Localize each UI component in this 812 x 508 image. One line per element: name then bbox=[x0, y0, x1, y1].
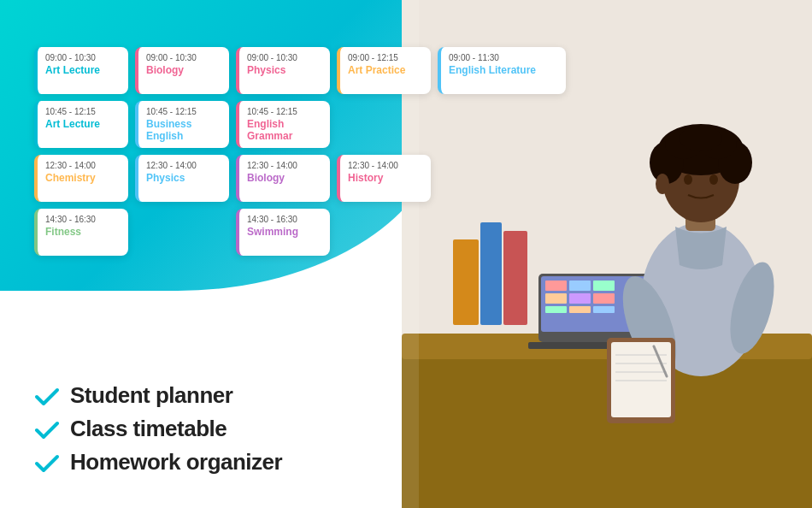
timetable-row-3: 12:30 - 14:00 Chemistry 12:30 - 14:00 Ph… bbox=[34, 155, 566, 202]
card-subject: Biology bbox=[146, 64, 221, 76]
class-card[interactable]: 09:00 - 10:30 Art Lecture bbox=[34, 47, 128, 94]
class-card[interactable]: 12:30 - 14:00 History bbox=[337, 155, 431, 202]
card-subject: Art Lecture bbox=[45, 118, 121, 130]
card-subject: Physics bbox=[247, 64, 322, 76]
class-card[interactable]: 14:30 - 16:30 Fitness bbox=[34, 209, 128, 256]
feature-item-3: Homework organizer bbox=[34, 449, 282, 476]
class-card[interactable]: 10:45 - 12:15 Business English bbox=[135, 101, 229, 148]
card-time: 09:00 - 12:15 bbox=[348, 53, 423, 62]
card-time: 14:30 - 16:30 bbox=[45, 215, 121, 224]
class-card[interactable]: 10:45 - 12:15 Art Lecture bbox=[34, 101, 128, 148]
svg-rect-11 bbox=[593, 281, 615, 291]
timetable-row-4: 14:30 - 16:30 Fitness 14:30 - 16:30 Swim… bbox=[34, 209, 566, 256]
svg-rect-14 bbox=[593, 293, 615, 304]
card-time: 09:00 - 11:30 bbox=[449, 53, 558, 62]
svg-rect-12 bbox=[545, 293, 567, 304]
checkmark-icon-3 bbox=[34, 450, 60, 476]
class-card[interactable]: 14:30 - 16:30 Swimming bbox=[236, 209, 330, 256]
svg-rect-10 bbox=[569, 281, 591, 291]
card-subject: English Grammar bbox=[247, 118, 322, 142]
checkmark-icon-2 bbox=[34, 416, 60, 442]
class-card[interactable]: 12:30 - 14:00 Biology bbox=[236, 155, 330, 202]
card-subject: Chemistry bbox=[45, 172, 121, 184]
class-card[interactable]: 09:00 - 12:15 Art Practice bbox=[337, 47, 431, 94]
card-time: 12:30 - 14:00 bbox=[146, 161, 221, 170]
card-time: 09:00 - 10:30 bbox=[45, 53, 121, 62]
class-card[interactable]: 12:30 - 14:00 Chemistry bbox=[34, 155, 128, 202]
timetable-row-1: 09:00 - 10:30 Art Lecture 09:00 - 10:30 … bbox=[34, 47, 566, 94]
card-time: 09:00 - 10:30 bbox=[247, 53, 322, 62]
feature-item-1: Student planner bbox=[34, 382, 282, 409]
features-section: Student planner Class timetable Homework… bbox=[34, 382, 282, 482]
card-subject: Art Practice bbox=[348, 64, 423, 76]
card-subject: Fitness bbox=[45, 226, 121, 238]
card-time: 10:45 - 12:15 bbox=[45, 107, 121, 116]
card-time: 10:45 - 12:15 bbox=[146, 107, 221, 116]
svg-rect-17 bbox=[593, 306, 615, 313]
card-time: 09:00 - 10:30 bbox=[146, 53, 221, 62]
feature-label-2: Class timetable bbox=[70, 416, 227, 442]
feature-label-3: Homework organizer bbox=[70, 449, 282, 476]
card-time: 12:30 - 14:00 bbox=[45, 161, 121, 170]
card-subject: Swimming bbox=[247, 226, 322, 238]
card-subject: Business English bbox=[146, 118, 221, 142]
svg-point-27 bbox=[680, 126, 722, 151]
class-card[interactable]: 12:30 - 14:00 Physics bbox=[135, 155, 229, 202]
class-card[interactable]: 09:00 - 11:30 English Literature bbox=[438, 47, 566, 94]
card-time: 12:30 - 14:00 bbox=[348, 161, 423, 170]
checkmark-icon-1 bbox=[34, 383, 60, 409]
timetable-container: 09:00 - 10:30 Art Lecture 09:00 - 10:30 … bbox=[34, 47, 566, 256]
card-time: 10:45 - 12:15 bbox=[247, 107, 322, 116]
svg-rect-15 bbox=[545, 306, 567, 313]
feature-label-1: Student planner bbox=[70, 382, 232, 409]
svg-point-29 bbox=[709, 174, 718, 185]
class-card[interactable]: 09:00 - 10:30 Physics bbox=[236, 47, 330, 94]
svg-rect-34 bbox=[611, 342, 671, 417]
svg-rect-16 bbox=[569, 306, 591, 313]
card-time: 14:30 - 16:30 bbox=[247, 215, 322, 224]
card-subject: Art Lecture bbox=[45, 64, 121, 76]
timetable-row-2: 10:45 - 12:15 Art Lecture 10:45 - 12:15 … bbox=[34, 101, 566, 148]
card-subject: History bbox=[348, 172, 423, 184]
svg-point-30 bbox=[656, 174, 669, 194]
card-subject: Biology bbox=[247, 172, 322, 184]
svg-rect-13 bbox=[569, 293, 591, 304]
feature-item-2: Class timetable bbox=[34, 416, 282, 442]
card-subject: Physics bbox=[146, 172, 221, 184]
card-subject: English Literature bbox=[449, 64, 558, 76]
card-time: 12:30 - 14:00 bbox=[247, 161, 322, 170]
class-card[interactable]: 09:00 - 10:30 Biology bbox=[135, 47, 229, 94]
class-card[interactable]: 10:45 - 12:15 English Grammar bbox=[236, 101, 330, 148]
svg-rect-9 bbox=[545, 281, 567, 291]
svg-point-28 bbox=[684, 174, 692, 185]
